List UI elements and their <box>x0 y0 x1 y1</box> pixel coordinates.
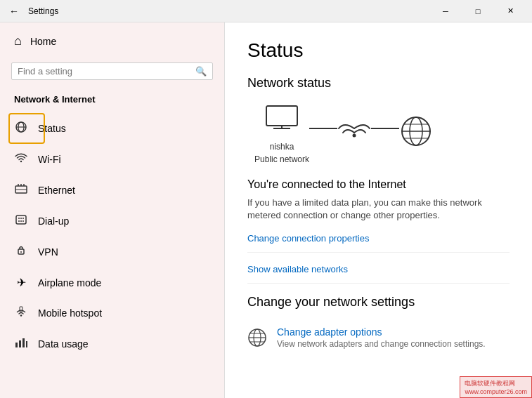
minimize-button[interactable]: ─ <box>429 0 462 22</box>
adapter-desc: View network adapters and change connect… <box>277 339 486 349</box>
sidebar-item-airplane[interactable]: ✈ Airplane mode <box>0 267 224 298</box>
search-input[interactable] <box>18 66 195 77</box>
window-controls: ─ □ ✕ <box>429 0 526 22</box>
sidebar: ⌂ Home 🔍 Network & Internet Status <box>0 22 225 398</box>
vpn-icon <box>14 245 28 259</box>
svg-point-10 <box>18 218 20 219</box>
svg-point-11 <box>20 218 22 219</box>
sidebar-home-item[interactable]: ⌂ Home <box>0 22 224 60</box>
sidebar-item-hotspot[interactable]: Mobile hotspot <box>0 298 224 329</box>
svg-rect-23 <box>26 341 27 347</box>
app-body: ⌂ Home 🔍 Network & Internet Status <box>0 22 532 398</box>
sidebar-item-label-vpn: VPN <box>38 246 58 258</box>
svg-point-12 <box>22 218 24 219</box>
home-icon: ⌂ <box>14 34 22 48</box>
ethernet-icon <box>14 183 28 197</box>
network-status-title: Network status <box>247 76 510 91</box>
window-title: Settings <box>28 6 58 16</box>
change-settings-title: Change your network settings <box>247 295 510 310</box>
network-node-router <box>337 119 371 150</box>
sidebar-item-label-wifi: Wi-Fi <box>38 154 61 165</box>
svg-rect-22 <box>22 338 25 347</box>
wifi-icon <box>14 152 28 166</box>
adapter-options-item[interactable]: Change adapter options View network adap… <box>247 321 510 357</box>
back-button[interactable]: ← <box>6 3 22 20</box>
computer-icon <box>264 105 300 139</box>
sidebar-item-label-dialup: Dial-up <box>38 215 69 227</box>
svg-point-14 <box>20 220 22 222</box>
svg-point-17 <box>20 251 22 253</box>
network-line-1 <box>309 128 337 129</box>
svg-rect-24 <box>266 106 297 126</box>
change-properties-link[interactable]: Change connection properties <box>247 233 510 244</box>
sidebar-search-box[interactable]: 🔍 <box>11 62 213 80</box>
sidebar-section-title: Network & Internet <box>0 91 224 113</box>
svg-point-13 <box>18 220 20 222</box>
divider-1 <box>247 252 510 253</box>
hotspot-icon <box>14 306 28 320</box>
sidebar-item-datausage[interactable]: Data usage <box>0 329 224 359</box>
adapter-icon <box>247 328 267 352</box>
sidebar-item-dialup[interactable]: Dial-up <box>0 206 224 237</box>
network-type-label: Public network <box>254 154 309 164</box>
sidebar-item-label-status: Status <box>38 123 66 134</box>
adapter-title[interactable]: Change adapter options <box>277 326 486 338</box>
svg-point-3 <box>20 161 22 162</box>
svg-point-15 <box>22 220 24 222</box>
network-diagram: nishka Public network <box>247 105 510 164</box>
adapter-content: Change adapter options View network adap… <box>277 326 486 349</box>
datausage-icon <box>14 337 28 351</box>
status-icon <box>14 121 28 135</box>
connected-desc: If you have a limited data plan, you can… <box>247 197 510 222</box>
airplane-icon: ✈ <box>14 276 28 289</box>
title-bar: ← Settings ─ □ ✕ <box>0 0 532 22</box>
divider-2 <box>247 283 510 284</box>
sidebar-item-ethernet[interactable]: Ethernet <box>0 175 224 206</box>
main-panel: Status Network status nishka Public netw… <box>225 22 532 398</box>
svg-rect-21 <box>19 340 21 347</box>
svg-point-18 <box>20 314 22 316</box>
network-node-internet <box>399 114 433 154</box>
network-line-2 <box>371 128 399 129</box>
sidebar-item-label-hotspot: Mobile hotspot <box>38 307 102 319</box>
sidebar-item-label-ethernet: Ethernet <box>38 185 75 196</box>
dialup-icon <box>14 214 28 228</box>
network-name-label: nishka <box>270 142 294 152</box>
search-icon: 🔍 <box>195 66 207 77</box>
network-node-computer: nishka Public network <box>254 105 309 164</box>
page-title: Status <box>247 39 510 62</box>
globe-icon <box>399 114 433 154</box>
router-icon <box>337 119 371 150</box>
svg-rect-9 <box>16 215 26 224</box>
home-label: Home <box>30 36 56 47</box>
watermark: 电脑软硬件教程网www.computer26.com <box>460 376 532 398</box>
sidebar-item-vpn[interactable]: VPN <box>0 237 224 267</box>
maximize-button[interactable]: □ <box>462 0 494 22</box>
sidebar-item-status[interactable]: Status <box>0 113 224 144</box>
svg-rect-20 <box>15 343 18 347</box>
sidebar-item-label-airplane: Airplane mode <box>38 277 101 288</box>
svg-point-27 <box>353 134 356 138</box>
show-networks-link[interactable]: Show available networks <box>247 264 510 274</box>
sidebar-item-wifi[interactable]: Wi-Fi <box>0 144 224 175</box>
sidebar-item-label-datausage: Data usage <box>38 338 89 350</box>
close-button[interactable]: ✕ <box>494 0 526 22</box>
connected-title: You're connected to the Internet <box>247 178 510 191</box>
